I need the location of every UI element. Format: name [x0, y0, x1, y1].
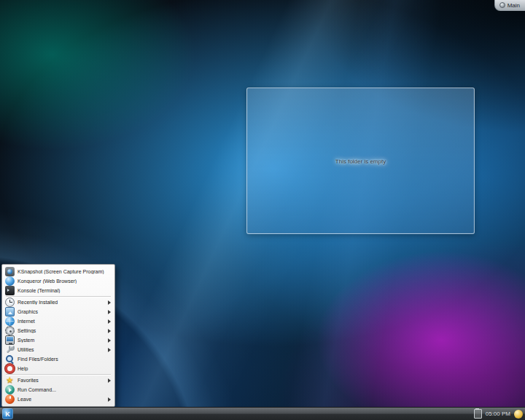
menu-item-label: Find Files/Folders	[18, 357, 111, 362]
menu-item-leave[interactable]: Leave	[2, 394, 114, 404]
graphics-icon	[5, 307, 15, 316]
menu-item-label: Konqueror (Web Browser)	[18, 279, 111, 284]
menu-item-favorites[interactable]: Favorites	[2, 376, 114, 385]
menu-item-label: KSnapshot (Screen Capture Program)	[18, 269, 111, 274]
activity-label: Main	[508, 2, 520, 9]
menu-separator	[6, 296, 111, 297]
menu-item-ksnapshot[interactable]: KSnapshot (Screen Capture Program)	[2, 267, 114, 276]
submenu-arrow-icon	[108, 300, 111, 305]
menu-item-system[interactable]: System	[2, 335, 114, 345]
submenu-arrow-icon	[108, 397, 111, 402]
menu-item-recently-installed[interactable]: Recently Installed	[2, 298, 114, 307]
computer-icon	[5, 335, 15, 345]
menu-item-help[interactable]: Help	[2, 364, 114, 373]
menu-item-label: Utilities	[18, 347, 104, 352]
application-launcher-menu: KSnapshot (Screen Capture Program) Konqu…	[1, 264, 115, 407]
folder-view-widget[interactable]: This folder is empty	[246, 88, 475, 234]
camera-icon	[5, 267, 15, 276]
submenu-arrow-icon	[108, 310, 111, 314]
menu-item-label: Recently Installed	[18, 300, 104, 305]
menu-item-konqueror[interactable]: Konqueror (Web Browser)	[2, 276, 114, 286]
power-icon	[5, 394, 15, 404]
star-icon	[5, 376, 15, 385]
panel-toolbox-icon[interactable]	[514, 410, 523, 419]
web-browser-icon	[5, 276, 15, 286]
activity-icon	[499, 2, 505, 8]
run-icon	[5, 385, 15, 394]
menu-item-label: Konsole (Terminal)	[18, 288, 111, 293]
menu-item-label: Help	[18, 366, 111, 371]
digital-clock[interactable]: 05:00 PM	[486, 411, 510, 417]
submenu-arrow-icon	[108, 319, 111, 324]
submenu-arrow-icon	[108, 348, 111, 352]
kde-launcher-button[interactable]	[2, 408, 13, 419]
menu-item-utilities[interactable]: Utilities	[2, 345, 114, 354]
menu-item-label: Favorites	[18, 378, 104, 383]
menu-item-label: Graphics	[18, 309, 104, 314]
folder-empty-label: This folder is empty	[335, 158, 386, 164]
terminal-icon	[5, 286, 15, 295]
menu-item-run-command[interactable]: Run Command...	[2, 385, 114, 394]
menu-separator	[6, 374, 111, 375]
clipboard-tray-icon[interactable]	[474, 409, 482, 419]
submenu-arrow-icon	[108, 338, 111, 343]
submenu-arrow-icon	[108, 378, 111, 383]
menu-item-label: Settings	[18, 328, 104, 333]
gear-icon	[5, 326, 15, 335]
desktop: Main This folder is empty KSnapshot (Scr…	[0, 0, 525, 420]
menu-item-label: Leave	[18, 397, 104, 402]
lifebuoy-icon	[5, 364, 15, 373]
menu-item-label: System	[18, 338, 104, 343]
menu-item-internet[interactable]: Internet	[2, 316, 114, 326]
menu-item-label: Run Command...	[18, 387, 111, 392]
globe-icon	[5, 316, 15, 326]
menu-item-find-files[interactable]: Find Files/Folders	[2, 354, 114, 364]
clock-icon	[5, 298, 15, 307]
menu-item-konsole[interactable]: Konsole (Terminal)	[2, 286, 114, 295]
menu-item-label: Internet	[18, 319, 104, 324]
submenu-arrow-icon	[108, 329, 111, 333]
menu-item-graphics[interactable]: Graphics	[2, 307, 114, 316]
wrench-icon	[5, 345, 15, 354]
activity-tab[interactable]: Main	[494, 0, 525, 11]
taskbar-panel: 05:00 PM	[0, 407, 525, 420]
magnifier-icon	[5, 354, 15, 364]
menu-item-settings[interactable]: Settings	[2, 326, 114, 335]
